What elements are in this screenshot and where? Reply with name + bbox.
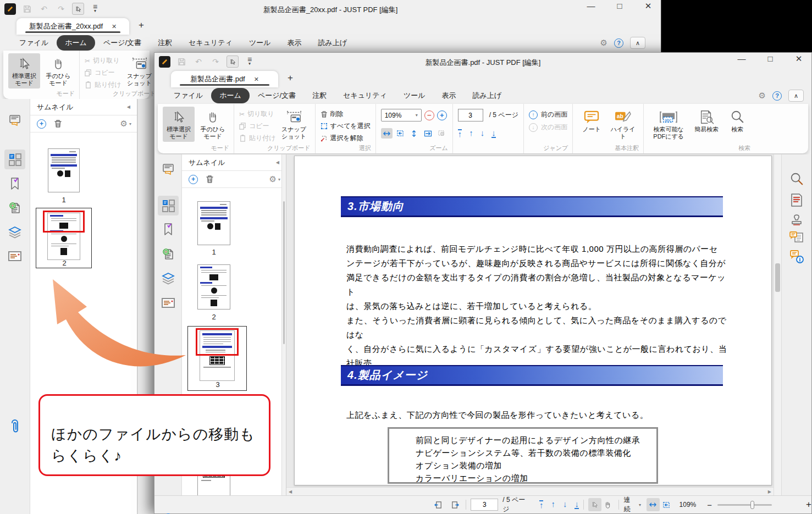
back-thumb-page-2-selected[interactable]: 2 bbox=[36, 208, 92, 268]
ribbon-collapse-button[interactable]: ∧ bbox=[788, 90, 804, 102]
standard-select-mode-button[interactable]: 標準選択 モード bbox=[8, 53, 40, 89]
proofread-panel-icon[interactable] bbox=[786, 190, 807, 210]
previous-page-button[interactable]: ↑ bbox=[469, 129, 473, 138]
menu-security[interactable]: セキュリティ bbox=[335, 88, 395, 103]
menu-view[interactable]: 表示 bbox=[279, 35, 310, 51]
last-page-button[interactable]: ↓ bbox=[491, 129, 496, 138]
ribbon-page-input[interactable] bbox=[458, 109, 483, 121]
menu-home[interactable]: ホーム bbox=[57, 35, 95, 51]
hand-mode-button[interactable]: 手のひら モード bbox=[42, 53, 74, 89]
menu-security[interactable]: セキュリティ bbox=[180, 35, 241, 51]
help-icon[interactable]: ? bbox=[614, 38, 623, 48]
thumbnails-panel-icon[interactable] bbox=[4, 150, 25, 169]
select-all-button[interactable]: すべてを選択 bbox=[321, 121, 371, 131]
status-previous-page-button[interactable]: ↑ bbox=[551, 500, 555, 509]
back-tab-close-icon[interactable]: ✕ bbox=[112, 23, 117, 30]
scroll-left-icon[interactable]: ◀ bbox=[289, 489, 292, 494]
menu-view[interactable]: 表示 bbox=[434, 88, 465, 103]
fit-width-button[interactable] bbox=[381, 128, 393, 139]
comments-panel-icon[interactable] bbox=[4, 111, 25, 131]
zoom-level-dropdown[interactable]: 109%▾ bbox=[381, 109, 422, 121]
menu-page-document[interactable]: ページ/文書 bbox=[250, 88, 304, 103]
horizontal-scrollbar[interactable]: ◀ ▶ bbox=[286, 487, 774, 495]
comments-panel-icon[interactable] bbox=[158, 160, 179, 180]
cut-button[interactable]: ✂切り取り bbox=[239, 109, 276, 119]
comment-info-panel-icon[interactable] bbox=[786, 247, 807, 267]
panel-collapse-icon[interactable]: ◀ bbox=[127, 104, 130, 109]
destinations-panel-icon[interactable] bbox=[158, 244, 179, 264]
bookmarks-panel-icon[interactable] bbox=[4, 174, 25, 194]
paste-button[interactable]: 貼り付け bbox=[239, 133, 276, 143]
next-page-button[interactable]: ↓ bbox=[480, 129, 485, 138]
menu-file[interactable]: ファイル bbox=[11, 35, 57, 51]
previous-view-button[interactable] bbox=[432, 498, 445, 511]
delete-page-button[interactable] bbox=[206, 175, 214, 184]
fit-height-button[interactable] bbox=[408, 128, 420, 139]
menu-readaloud[interactable]: 読み上げ bbox=[465, 88, 510, 103]
status-last-page-button[interactable]: ↓ bbox=[575, 500, 579, 509]
front-maximize-button[interactable]: □ bbox=[763, 54, 777, 64]
front-minimize-button[interactable]: — bbox=[734, 54, 749, 64]
add-page-button[interactable]: + bbox=[37, 119, 46, 129]
back-thumb-page-1[interactable] bbox=[48, 148, 80, 192]
standard-select-mode-button[interactable]: 標準選択 モード bbox=[163, 107, 195, 142]
menu-tools[interactable]: ツール bbox=[241, 35, 279, 51]
vertical-scrollbar[interactable] bbox=[774, 154, 781, 495]
back-minimize-button[interactable]: — bbox=[584, 1, 598, 11]
destinations-panel-icon[interactable] bbox=[4, 198, 25, 218]
front-thumb-page-2[interactable] bbox=[197, 264, 230, 309]
menu-file[interactable]: ファイル bbox=[165, 88, 211, 103]
add-page-button[interactable]: + bbox=[189, 175, 198, 184]
zoom-slider[interactable] bbox=[717, 504, 772, 506]
snapshot-button[interactable]: スナップ ショット bbox=[278, 107, 310, 142]
front-document-tab[interactable]: 新製品企画書.pdf ✕ bbox=[171, 71, 278, 87]
settings-gear-icon[interactable]: ⚙ bbox=[759, 91, 766, 101]
menu-tools[interactable]: ツール bbox=[395, 88, 434, 103]
menu-readaloud[interactable]: 読み上げ bbox=[310, 35, 356, 51]
highlight-button[interactable]: ab ハイライト bbox=[607, 107, 638, 142]
front-tab-close-icon[interactable]: ✕ bbox=[254, 76, 259, 83]
fit-visible-button[interactable] bbox=[422, 128, 434, 139]
stamp-panel-icon[interactable] bbox=[786, 209, 807, 229]
comment-list-panel-icon[interactable] bbox=[786, 228, 807, 247]
menu-home[interactable]: ホーム bbox=[211, 88, 250, 103]
status-next-page-button[interactable]: ↓ bbox=[563, 500, 567, 509]
search-panel-icon[interactable] bbox=[786, 169, 807, 189]
status-zoom-in-button[interactable]: + bbox=[806, 499, 811, 510]
menu-page-document[interactable]: ページ/文書 bbox=[95, 35, 150, 51]
zoom-out-button[interactable]: − bbox=[424, 110, 434, 120]
note-button[interactable]: ノート bbox=[578, 107, 605, 142]
menu-annotation[interactable]: 注釈 bbox=[304, 88, 335, 103]
quick-search-button[interactable]: 簡易検索 bbox=[691, 107, 722, 142]
copy-button[interactable]: コピー bbox=[85, 68, 121, 78]
front-close-button[interactable]: ✕ bbox=[792, 54, 806, 64]
cut-button[interactable]: ✂切り取り bbox=[85, 56, 121, 66]
front-new-tab-button[interactable]: + bbox=[288, 73, 293, 84]
next-view-button[interactable]: ↓次の画面 bbox=[529, 123, 567, 132]
delete-page-button[interactable] bbox=[54, 119, 62, 128]
back-close-button[interactable]: ✕ bbox=[641, 1, 655, 11]
front-thumb-page-1[interactable] bbox=[197, 201, 230, 245]
status-hand-tool-button[interactable] bbox=[601, 498, 615, 511]
previous-view-button[interactable]: ↑前の画面 bbox=[529, 110, 567, 119]
status-fit-page-button[interactable] bbox=[660, 498, 673, 511]
first-page-button[interactable]: ↑ bbox=[458, 129, 462, 138]
zoom-in-button[interactable]: + bbox=[437, 110, 447, 120]
status-select-tool-button[interactable] bbox=[588, 498, 601, 511]
marquee-zoom-button[interactable] bbox=[436, 128, 448, 139]
bookmarks-panel-icon[interactable] bbox=[158, 219, 179, 239]
fit-page-button[interactable] bbox=[395, 128, 406, 139]
help-icon[interactable]: ? bbox=[772, 91, 782, 101]
copy-button[interactable]: コピー bbox=[239, 121, 276, 131]
deselect-button[interactable]: 選択を解除 bbox=[321, 133, 371, 143]
thumbnail-panel-scrollbar[interactable] bbox=[281, 154, 286, 495]
page-display-mode-dropdown[interactable]: 連続▾ bbox=[623, 495, 641, 514]
back-new-tab-button[interactable]: + bbox=[139, 20, 144, 31]
panel-options-button[interactable]: ⚙▾ bbox=[269, 174, 280, 184]
paste-button[interactable]: 貼り付け bbox=[85, 80, 121, 90]
menu-annotation[interactable]: 注釈 bbox=[150, 35, 180, 51]
snapshot-button[interactable]: スナップ ショット bbox=[124, 53, 156, 89]
scroll-right-icon[interactable]: ▶ bbox=[768, 489, 771, 494]
panel-options-button[interactable]: ⚙▾ bbox=[120, 119, 131, 129]
back-maximize-button[interactable]: □ bbox=[612, 1, 627, 11]
